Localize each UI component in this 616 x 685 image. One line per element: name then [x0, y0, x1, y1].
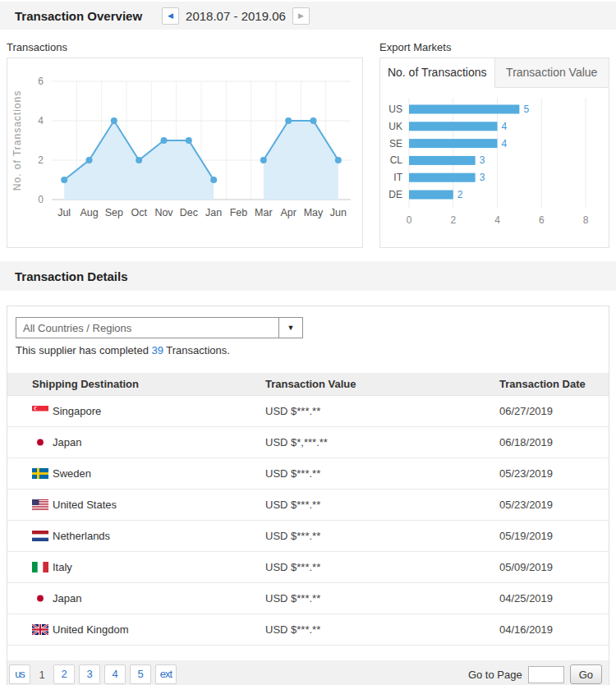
- bar: [409, 156, 476, 165]
- data-point: [136, 157, 142, 163]
- transactions-count: 39: [151, 344, 163, 356]
- transactions-chart-panel: 0246No. of TransactionsJulAugSepOctNovDe…: [7, 57, 363, 248]
- transaction-details-container: All Countries / Regions ▼ This supplier …: [7, 306, 609, 685]
- prev-page-button[interactable]: us: [9, 664, 30, 684]
- filter-area: All Countries / Regions ▼ This supplier …: [7, 306, 609, 373]
- details-title: Transaction Details: [15, 269, 128, 283]
- country-name: Japan: [53, 436, 81, 448]
- column-header-shipping-destination: Shipping Destination: [7, 378, 265, 390]
- table-row: United KingdomUSD $***.**04/16/2019: [7, 614, 609, 646]
- svg-text:Jul: Jul: [57, 207, 71, 218]
- page-button[interactable]: 2: [53, 664, 75, 684]
- country-name: Sweden: [53, 467, 91, 480]
- svg-text:4: 4: [38, 115, 44, 126]
- table-row: United StatesUSD $***.**05/23/2019: [7, 490, 609, 521]
- flag-icon: [32, 562, 48, 572]
- data-point: [260, 157, 267, 163]
- tab-transaction-value[interactable]: Transaction Value: [494, 58, 609, 88]
- bar: [409, 105, 519, 114]
- shipping-destination-cell: Italy: [7, 561, 265, 573]
- next-page-button[interactable]: ext: [155, 664, 177, 684]
- svg-text:Dec: Dec: [180, 207, 198, 218]
- data-point: [61, 177, 67, 183]
- shipping-destination-cell: United States: [7, 499, 265, 511]
- svg-text:4: 4: [502, 138, 508, 149]
- charts-row: Transactions 0246No. of TransactionsJulA…: [7, 41, 609, 248]
- svg-text:3: 3: [480, 172, 485, 183]
- table-row: SwedenUSD $***.**05/23/2019: [7, 458, 609, 490]
- transactions-line-chart: 0246No. of TransactionsJulAugSepOctNovDe…: [7, 58, 362, 247]
- svg-text:SE: SE: [389, 138, 402, 149]
- svg-text:Jun: Jun: [330, 207, 347, 218]
- country-filter-dropdown[interactable]: All Countries / Regions ▼: [16, 317, 303, 338]
- flag-icon: [32, 468, 48, 479]
- svg-text:Sep: Sep: [105, 207, 123, 218]
- transaction-value-cell: USD $***.**: [265, 467, 499, 480]
- details-header: Transaction Details: [0, 261, 616, 291]
- area-fill: [264, 121, 338, 200]
- svg-text:CL: CL: [390, 154, 403, 166]
- bars: [409, 105, 519, 200]
- transaction-date-cell: 05/19/2019: [499, 530, 609, 542]
- country-name: Netherlands: [53, 530, 110, 542]
- tab-no-of-transactions[interactable]: No. of Transactions: [380, 58, 494, 88]
- summary-prefix: This supplier has completed: [16, 344, 151, 356]
- goto-page-input[interactable]: [528, 666, 564, 683]
- shipping-destination-cell: Singapore: [7, 405, 265, 417]
- svg-text:0: 0: [407, 214, 412, 226]
- svg-text:Feb: Feb: [230, 207, 248, 218]
- svg-text:2: 2: [38, 154, 44, 166]
- current-page: 1: [34, 669, 49, 681]
- next-period-button[interactable]: ▶: [292, 7, 310, 25]
- value-labels: 544332: [457, 103, 530, 200]
- transactions-table: Shipping Destination Transaction Value T…: [7, 373, 609, 646]
- table-row: JapanUSD $***.**04/25/2019: [7, 583, 609, 614]
- data-point: [161, 137, 168, 144]
- left-arrow-icon: ◀: [168, 11, 173, 20]
- chevron-down-icon: ▼: [278, 318, 302, 338]
- go-button[interactable]: Go: [570, 664, 602, 684]
- prev-period-button[interactable]: ◀: [162, 7, 179, 25]
- shipping-destination-cell: Sweden: [7, 467, 265, 480]
- page-button[interactable]: 4: [104, 664, 126, 684]
- svg-text:May: May: [304, 207, 324, 218]
- export-markets-bar-chart: USUKSECLITDE54433202468: [380, 88, 609, 246]
- export-markets-tabs: No. of Transactions Transaction Value: [380, 58, 609, 88]
- transaction-date-cell: 04/25/2019: [499, 592, 609, 605]
- country-name: United Kingdom: [53, 623, 129, 636]
- date-range-label: 2018.07 - 2019.06: [186, 9, 286, 23]
- shipping-destination-cell: Japan: [7, 436, 265, 448]
- y-axis-title: No. of Transactions: [11, 90, 23, 191]
- transaction-value-cell: USD $***.**: [265, 592, 499, 605]
- x-axis: 02468: [407, 214, 589, 226]
- export-markets-section: Export Markets No. of Transactions Trans…: [379, 41, 609, 248]
- table-body: SingaporeUSD $***.**06/27/2019JapanUSD $…: [7, 396, 609, 646]
- svg-text:5: 5: [523, 103, 529, 115]
- page-button[interactable]: 3: [79, 664, 100, 684]
- flag-icon: [32, 437, 48, 448]
- svg-text:4: 4: [494, 214, 500, 226]
- data-point: [335, 157, 342, 163]
- flag-icon: [32, 593, 48, 604]
- page-title: Transaction Overview: [15, 9, 142, 23]
- summary-suffix: Transactions.: [163, 344, 230, 356]
- transactions-summary: This supplier has completed 39 Transacti…: [16, 344, 600, 356]
- category-labels: USUKSECLITDE: [388, 103, 402, 200]
- table-row: NetherlandsUSD $***.**05/19/2019: [7, 521, 609, 552]
- flag-icon: [32, 624, 48, 635]
- y-axis: 0246: [38, 76, 44, 205]
- data-point: [210, 177, 217, 183]
- goto-page-label: Go to Page: [468, 669, 522, 681]
- bar: [409, 173, 476, 182]
- overview-header: Transaction Overview ◀ 2018.07 - 2019.06…: [0, 2, 616, 30]
- svg-text:8: 8: [583, 214, 589, 226]
- page-button[interactable]: 5: [130, 664, 151, 684]
- data-point: [186, 137, 192, 144]
- svg-text:6: 6: [539, 214, 545, 226]
- svg-text:3: 3: [480, 154, 485, 166]
- shipping-destination-cell: Netherlands: [7, 530, 265, 542]
- svg-text:Aug: Aug: [80, 207, 98, 218]
- data-point: [285, 117, 292, 124]
- table-row: JapanUSD $*,***.**06/18/2019: [7, 427, 609, 458]
- transaction-value-cell: USD $*,***.**: [265, 436, 499, 448]
